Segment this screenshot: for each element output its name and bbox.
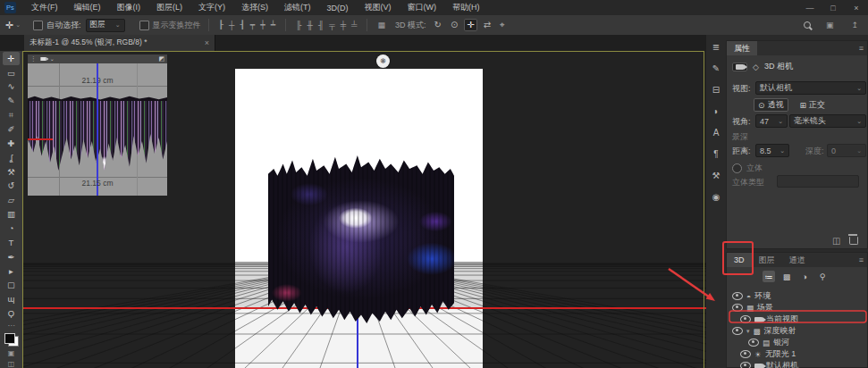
- menu-layer[interactable]: 图层(L): [148, 0, 190, 15]
- adjustments-panel-icon[interactable]: ≣: [712, 42, 720, 52]
- show-transform-checkbox[interactable]: [139, 21, 149, 30]
- 3d-camera-widget-icon[interactable]: ❋: [376, 54, 390, 68]
- menu-type[interactable]: 文字(Y): [190, 0, 233, 15]
- visibility-eye-icon[interactable]: [748, 339, 759, 347]
- tab-close-icon[interactable]: ×: [205, 38, 209, 47]
- menu-window[interactable]: 窗口(W): [400, 0, 445, 15]
- 3d-mode-roll-icon[interactable]: ⊙: [448, 19, 460, 31]
- distribute-5-icon[interactable]: ╧: [351, 21, 357, 29]
- libraries-panel-icon[interactable]: ⊟: [712, 85, 720, 95]
- tab-properties[interactable]: 属性: [727, 41, 757, 55]
- list-item-scene[interactable]: ▦场景: [729, 302, 868, 314]
- align-5-icon[interactable]: ┷: [271, 21, 275, 29]
- 3d-mode-pan-icon[interactable]: ✛: [464, 19, 476, 31]
- 3d-mode-orbit-icon[interactable]: ↻: [431, 19, 443, 31]
- search-icon[interactable]: [804, 21, 811, 29]
- chevron-down-icon[interactable]: ⌄: [50, 55, 55, 63]
- visibility-eye-icon[interactable]: [732, 304, 743, 312]
- eraser-tool[interactable]: ▱: [3, 193, 20, 206]
- foreground-color-swatch[interactable]: [4, 333, 15, 344]
- tab-layers[interactable]: 图层: [752, 253, 782, 267]
- align-0-icon[interactable]: ┠: [219, 21, 223, 29]
- quick-mask-icon[interactable]: ▣: [8, 349, 15, 357]
- filter-lights-icon[interactable]: ⚲: [816, 271, 829, 282]
- brush-tool[interactable]: ʆ: [3, 151, 20, 164]
- visibility-eye-icon[interactable]: [732, 327, 743, 335]
- visibility-eye-icon[interactable]: [740, 362, 751, 368]
- hand-tool[interactable]: ɰ: [3, 292, 20, 305]
- visibility-eye-icon[interactable]: [740, 350, 751, 358]
- align-3-icon[interactable]: ┯: [250, 21, 255, 29]
- menu-help[interactable]: 帮助(H): [444, 0, 488, 15]
- visibility-eye-icon[interactable]: [732, 292, 743, 300]
- zoom-tool[interactable]: Ϙ: [3, 306, 20, 320]
- healing-brush-tool[interactable]: ✚: [3, 137, 20, 150]
- list-item-infinite-light-1[interactable]: ☀无限光 1: [729, 348, 868, 360]
- orthographic-button[interactable]: ⊞ 正交: [796, 98, 830, 112]
- tool-preset-caret-icon[interactable]: ⌄: [15, 21, 21, 29]
- list-item-galaxy-texture[interactable]: ▤银河: [729, 337, 868, 348]
- visibility-eye-icon[interactable]: [740, 315, 751, 323]
- menu-select[interactable]: 选择(S): [233, 0, 276, 15]
- align-2-icon[interactable]: ┨: [240, 21, 244, 29]
- filter-materials-icon[interactable]: ◑: [798, 271, 811, 282]
- list-item-current-view[interactable]: 当前视图: [729, 314, 868, 325]
- timeline-panel-icon[interactable]: ◉: [712, 192, 721, 202]
- panel-menu-icon[interactable]: ≡: [859, 44, 864, 53]
- perspective-button[interactable]: ⊙ 透视: [754, 98, 788, 112]
- pen-tool[interactable]: ✒: [3, 250, 20, 263]
- trash-icon[interactable]: [849, 237, 858, 245]
- blur-tool[interactable]: ◔: [3, 222, 20, 235]
- clone-stamp-tool[interactable]: ⚒: [3, 164, 20, 178]
- brush-settings-panel-icon[interactable]: ✎: [712, 63, 720, 73]
- crop-tool[interactable]: ⌗: [3, 108, 20, 121]
- menu-edit[interactable]: 编辑(E): [66, 0, 109, 15]
- swap-view-icon[interactable]: ◩: [158, 55, 164, 63]
- view-dropdown[interactable]: 默认相机 ⌄: [755, 81, 866, 95]
- auto-align-icon[interactable]: ▦: [377, 21, 385, 29]
- eyedropper-tool[interactable]: ✐: [3, 122, 20, 136]
- share-icon[interactable]: ↥: [851, 21, 858, 29]
- fov-unit-dropdown[interactable]: 毫米镜头 ⌄: [789, 114, 866, 128]
- color-swatches[interactable]: [4, 333, 19, 347]
- stereo-checkbox[interactable]: [732, 163, 742, 173]
- document-tab[interactable]: 未标题-1 @ 45.5% (银河, RGB/8) * ×: [24, 35, 215, 51]
- gradient-tool[interactable]: ▥: [3, 207, 20, 221]
- lasso-tool[interactable]: ∿: [3, 79, 20, 93]
- fov-value-box[interactable]: 47 ⌄: [755, 114, 788, 128]
- toolbar-ellipsis-icon[interactable]: ⋯: [8, 322, 15, 330]
- panel-options-icon[interactable]: ◫: [832, 236, 840, 246]
- list-item-depth-map-mesh[interactable]: ▾▩深度映射: [729, 325, 868, 337]
- menu-image[interactable]: 图像(I): [109, 0, 149, 15]
- camera-type-icon[interactable]: [732, 63, 747, 71]
- tab-3d[interactable]: 3D: [727, 253, 752, 267]
- distribute-3-icon[interactable]: ╤: [329, 21, 334, 29]
- 3d-mode-dolly-icon[interactable]: ⌖: [497, 19, 508, 31]
- clone-source-panel-icon[interactable]: ◗: [713, 106, 719, 116]
- close-button[interactable]: ×: [845, 0, 868, 15]
- marquee-tool[interactable]: ▭: [3, 65, 20, 79]
- menu-3d[interactable]: 3D(D): [319, 0, 357, 15]
- menu-filter[interactable]: 滤镜(T): [276, 0, 319, 15]
- distance-value-box[interactable]: 8.5 ⌄: [755, 144, 789, 157]
- secondary-view-menu-icon[interactable]: ⋮: [30, 55, 37, 63]
- depth-value-box[interactable]: 0 ⌄: [827, 144, 866, 157]
- menu-file[interactable]: 文件(F): [23, 0, 66, 15]
- distribute-1-icon[interactable]: ╫: [308, 21, 313, 29]
- quick-selection-tool[interactable]: ✎: [3, 94, 20, 107]
- align-4-icon[interactable]: ┿: [260, 21, 265, 29]
- tab-channels[interactable]: 通道: [782, 253, 813, 267]
- secondary-3d-view[interactable]: ⋮ ⌄ ◩ 21.19 cm 21.15 cm: [27, 54, 168, 197]
- auto-select-checkbox[interactable]: [33, 21, 43, 30]
- distribute-4-icon[interactable]: ╪: [341, 21, 346, 29]
- rectangle-tool[interactable]: ▢: [3, 278, 20, 291]
- path-selection-tool[interactable]: ▸: [3, 263, 20, 277]
- auto-select-dropdown[interactable]: 图层 ⌄: [86, 19, 125, 32]
- distribute-0-icon[interactable]: ╟: [296, 21, 301, 29]
- distribute-2-icon[interactable]: ╢: [318, 21, 324, 29]
- menu-view[interactable]: 视图(V): [357, 0, 400, 15]
- tool-presets-panel-icon[interactable]: ⚒: [712, 171, 721, 180]
- list-item-default-camera[interactable]: 默认相机: [729, 360, 868, 368]
- filter-meshes-icon[interactable]: ▩: [780, 271, 793, 282]
- canvas-viewport[interactable]: ❋ ⋮ ⌄ ◩ 21.19 cm 21.15 cm: [22, 51, 706, 368]
